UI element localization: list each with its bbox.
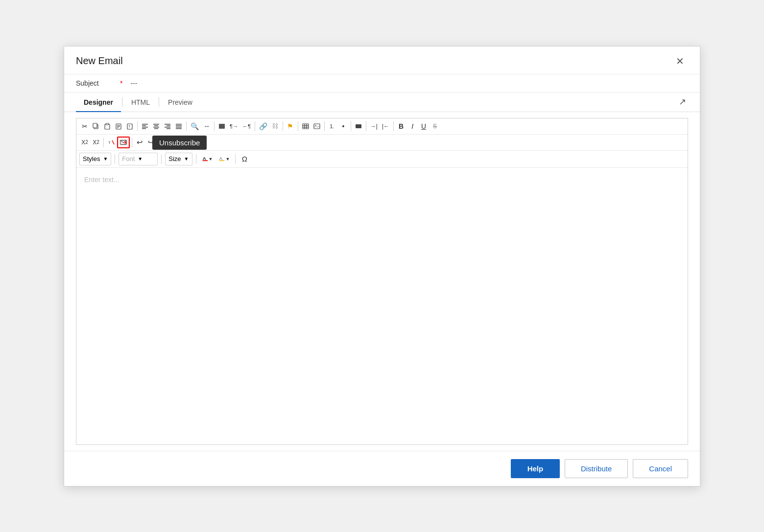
unsubscribe-button[interactable] <box>117 137 130 148</box>
editor-placeholder: Enter text... <box>84 176 119 184</box>
svg-rect-20 <box>165 127 170 128</box>
toolbar-sep-4 <box>255 121 255 131</box>
copy-button[interactable] <box>91 120 101 132</box>
dialog-title: New Email <box>76 55 123 67</box>
unlink-button[interactable]: ⛓ <box>270 120 281 132</box>
highlight-icon: A <box>218 155 225 163</box>
source-button[interactable] <box>216 120 227 132</box>
redo-button[interactable]: ↪ <box>145 137 156 148</box>
svg-text:A: A <box>219 156 223 161</box>
font-label: Font <box>122 155 135 162</box>
help-button[interactable]: Help <box>511 459 560 478</box>
new-email-dialog: New Email ✕ Subject * --- Designer HTML … <box>64 46 700 486</box>
strikethrough-button[interactable]: S <box>430 120 440 132</box>
toolbar-sep-10 <box>393 121 394 131</box>
styles-label: Styles <box>83 155 100 162</box>
toolbar-sep-9 <box>366 121 366 131</box>
svg-text:T: T <box>108 140 111 145</box>
blockquote-button[interactable] <box>353 120 364 132</box>
unsubscribe-tooltip: Unsubscribe <box>152 136 207 150</box>
toolbar-sep-1 <box>137 121 138 131</box>
tab-separator <box>122 97 122 107</box>
toolbar-sep-2 <box>186 121 187 131</box>
font-chevron-icon: ▼ <box>138 156 143 162</box>
remove-format-button[interactable]: T <box>106 137 117 148</box>
close-button[interactable]: ✕ <box>672 54 688 68</box>
svg-text:A: A <box>202 156 206 161</box>
subscript-button[interactable]: X2 <box>79 137 90 148</box>
row3-sep-4 <box>235 154 236 164</box>
undo-button[interactable]: ↩ <box>134 137 145 148</box>
align-right-button[interactable] <box>162 120 173 132</box>
find-button[interactable]: 🔍 <box>189 120 201 132</box>
size-label: Size <box>168 155 181 162</box>
outdent-button[interactable]: |← <box>380 120 391 132</box>
align-center-button[interactable] <box>151 120 162 132</box>
flag-button[interactable]: ⚑ <box>285 120 296 132</box>
toolbar-row-1: ✂ <box>76 118 688 135</box>
svg-rect-11 <box>142 125 146 126</box>
font-color-button[interactable]: A ▼ <box>200 153 215 165</box>
special-char-button[interactable]: Ω <box>239 153 250 165</box>
bold-icon: B <box>399 122 404 130</box>
distribute-button[interactable]: Distribute <box>565 459 628 478</box>
font-color-icon: A <box>202 155 209 163</box>
cancel-button[interactable]: Cancel <box>633 459 688 478</box>
svg-rect-17 <box>154 128 158 129</box>
svg-rect-18 <box>165 124 170 125</box>
strikethrough-icon: S <box>433 123 437 130</box>
svg-rect-16 <box>153 127 159 128</box>
styles-dropdown[interactable]: Styles ▼ <box>79 153 111 165</box>
svg-rect-1 <box>93 123 97 128</box>
size-dropdown[interactable]: Size ▼ <box>165 153 192 165</box>
cut-button[interactable]: ✂ <box>79 120 90 132</box>
svg-rect-26 <box>219 124 225 129</box>
paste-button[interactable] <box>102 120 113 132</box>
table-button[interactable] <box>300 120 311 132</box>
dialog-footer: Help Distribute Cancel <box>64 451 700 486</box>
indent-button[interactable]: →| <box>368 120 380 132</box>
subject-row: Subject * --- <box>64 74 700 93</box>
align-left-button[interactable] <box>140 120 150 132</box>
svg-rect-27 <box>303 124 309 129</box>
svg-rect-23 <box>176 125 182 126</box>
image-button[interactable] <box>311 120 322 132</box>
tab-designer[interactable]: Designer <box>76 93 121 112</box>
para-ltr-button[interactable]: ¶→ <box>228 120 240 132</box>
justify-button[interactable] <box>173 120 184 132</box>
svg-rect-25 <box>176 128 182 129</box>
styles-chevron-icon: ▼ <box>103 156 108 162</box>
expand-icon[interactable]: ↗ <box>677 94 688 109</box>
ordered-list-button[interactable]: 1. <box>327 120 337 132</box>
bold-button[interactable]: B <box>396 120 406 132</box>
highlight-button[interactable]: A ▼ <box>216 153 232 165</box>
svg-rect-34 <box>356 124 361 128</box>
unordered-list-button[interactable]: • <box>338 120 349 132</box>
italic-icon: I <box>411 122 413 130</box>
paste-text-button[interactable]: T <box>124 120 135 132</box>
svg-rect-3 <box>106 123 109 125</box>
omega-icon: Ω <box>242 155 247 163</box>
editor-content[interactable]: Enter text... <box>76 168 688 444</box>
svg-rect-19 <box>167 125 170 126</box>
font-color-chevron-icon: ▼ <box>209 157 213 162</box>
toolbar-row2-sep-2 <box>132 138 132 147</box>
font-dropdown[interactable]: Font ▼ <box>119 153 158 165</box>
toolbar-row-2: X2 X2 T ↩ ↪ Unsubscribe <box>76 135 688 151</box>
toolbar-row2-sep-1 <box>103 138 104 147</box>
superscript-button[interactable]: X2 <box>91 137 101 148</box>
replace-button[interactable]: ↔ <box>201 120 212 132</box>
paste-word-button[interactable] <box>113 120 124 132</box>
para-rtl-button[interactable]: ←¶ <box>240 120 253 132</box>
svg-rect-14 <box>153 124 159 125</box>
svg-text:T: T <box>128 125 131 128</box>
tab-preview[interactable]: Preview <box>160 93 200 112</box>
italic-button[interactable]: I <box>407 120 418 132</box>
link-button[interactable]: 🔗 <box>257 120 269 132</box>
svg-rect-43 <box>219 160 225 161</box>
svg-rect-32 <box>314 124 320 129</box>
dialog-header: New Email ✕ <box>64 46 700 74</box>
tab-html[interactable]: HTML <box>123 93 158 112</box>
underline-button[interactable]: U <box>418 120 429 132</box>
row3-sep-1 <box>115 154 115 164</box>
